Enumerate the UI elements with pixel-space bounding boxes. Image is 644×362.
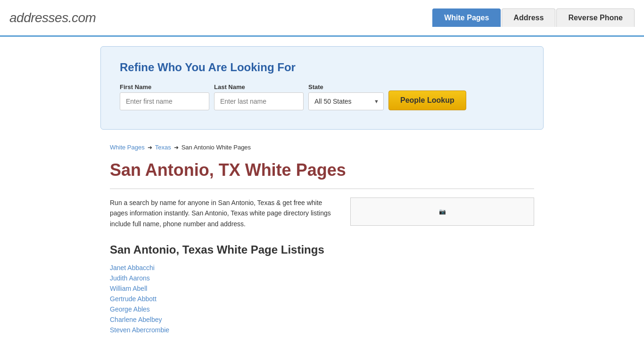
breadcrumb-arrow-1: ➜ [148,144,152,151]
description-row: Run a search by name for anyone in San A… [110,197,534,229]
list-item: Judith Aarons [110,274,534,282]
list-item: George Ables [110,305,534,313]
breadcrumb-current: San Antonio White Pages [182,144,251,151]
header: addresses.com White Pages Address Revers… [0,0,644,37]
page-title: San Antonio, TX White Pages [110,160,534,180]
nav-white-pages[interactable]: White Pages [432,8,501,27]
main-content: White Pages ➜ Texas ➜ San Antonio White … [100,139,544,353]
breadcrumb: White Pages ➜ Texas ➜ San Antonio White … [110,144,534,151]
ad-box: 📷 [350,197,534,226]
listings-title: San Antonio, Texas White Page Listings [110,243,534,256]
listing-link[interactable]: William Abell [110,285,147,292]
nav-reverse-phone[interactable]: Reverse Phone [556,8,635,27]
state-select[interactable]: All 50 States Alabama Alaska Arizona Ark… [308,92,384,110]
breadcrumb-white-pages[interactable]: White Pages [110,144,145,151]
first-name-label: First Name [120,83,209,90]
list-item: Charlene Abelbey [110,316,534,323]
listing-link[interactable]: Gertrude Abbott [110,295,157,303]
people-lookup-button[interactable]: People Lookup [388,90,466,110]
listing-link[interactable]: Steven Abercrombie [110,326,169,334]
divider [110,189,534,189]
search-fields: First Name Last Name State All 50 States… [120,83,524,110]
list-item: Janet Abbacchi [110,264,534,272]
listings-list: Janet AbbacchiJudith AaronsWilliam Abell… [110,264,534,334]
list-item: Gertrude Abbott [110,295,534,303]
search-title: Refine Who You Are Looking For [120,61,524,74]
site-logo[interactable]: addresses.com [9,10,96,25]
last-name-label: Last Name [214,83,304,90]
ad-placeholder-text: 📷 [439,208,446,215]
description-text: Run a search by name for anyone in San A… [110,197,336,229]
state-label: State [308,83,384,90]
listing-link[interactable]: Janet Abbacchi [110,264,155,272]
last-name-group: Last Name [214,83,304,110]
listing-link[interactable]: Judith Aarons [110,274,150,282]
search-section: Refine Who You Are Looking For First Nam… [100,46,544,130]
list-item: William Abell [110,285,534,292]
main-nav: White Pages Address Reverse Phone [432,8,635,27]
state-select-wrapper: All 50 States Alabama Alaska Arizona Ark… [308,92,384,110]
listing-link[interactable]: George Ables [110,305,150,313]
last-name-input[interactable] [214,92,304,110]
state-group: State All 50 States Alabama Alaska Arizo… [308,83,384,110]
first-name-group: First Name [120,83,209,110]
breadcrumb-texas[interactable]: Texas [155,144,171,151]
listing-link[interactable]: Charlene Abelbey [110,316,162,323]
nav-address[interactable]: Address [502,8,555,27]
breadcrumb-arrow-2: ➜ [174,144,179,151]
first-name-input[interactable] [120,92,209,110]
list-item: Steven Abercrombie [110,326,534,334]
